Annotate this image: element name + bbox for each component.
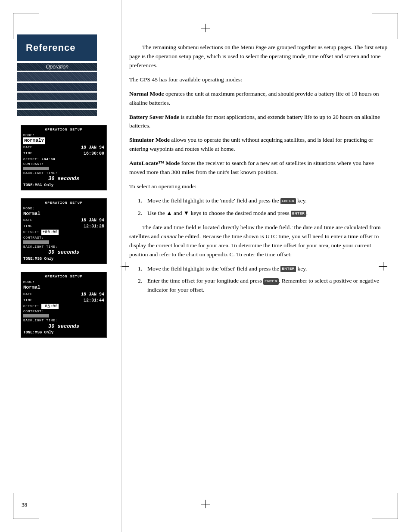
battery-saver-title: Battery Saver Mode (129, 114, 179, 120)
screen2-contrast-label: CONTRAST: (23, 235, 104, 240)
corner-border-top-right (372, 13, 398, 39)
screen1-contrast-bar (23, 167, 49, 170)
offset-step-2: 2. Enter the time offset for your longit… (138, 277, 389, 295)
offset-steps: 1. Move the field highlight to the 'offs… (138, 264, 389, 295)
simulator-title: Simulator Mode (129, 137, 170, 143)
screen3-mode-value: Normal (23, 284, 104, 291)
content-area: The remaining submenu selections on the … (129, 43, 389, 295)
screen2-mode-value: Normal (23, 211, 104, 217)
screen3-title: OPERATION SETUP (23, 274, 104, 279)
select-step-2: 2. Use the ▲ and ▼ keys to choose the de… (138, 209, 389, 218)
battery-saver-paragraph: Battery Saver Mode is suitable for most … (129, 113, 389, 131)
screen3-contrast-bar (23, 314, 49, 317)
screen2-backlight-value: 30 seconds (23, 249, 104, 256)
gps-screen-1: OPERATION SETUP MODE: Normal? DATE 18 JA… (21, 125, 107, 190)
modes-intro: The GPS 45 has four available operating … (129, 75, 389, 84)
simulator-paragraph: Simulator Mode allows you to operate the… (129, 136, 389, 154)
crosshair-top (201, 24, 210, 32)
screen2-mode-label: MODE: (23, 206, 104, 211)
screen3-backlight-value: 30 seconds (23, 323, 104, 330)
date-time-paragraph: The date and time field is located direc… (129, 223, 389, 259)
autolocate-paragraph: AutoLocate™ Mode forces the receiver to … (129, 159, 389, 177)
page-number: 38 (22, 501, 27, 508)
enter-key-3: ENTER (280, 266, 296, 272)
screen2-date-row: DATE 18 JAN 94 (23, 218, 104, 224)
enter-key-4: ENTER (263, 278, 279, 284)
screen1-time-row: TIME 16:30:00 (23, 151, 104, 157)
screen1-tone-value: TONE:MSG Only (23, 183, 104, 188)
autolocate-title: AutoLocate™ Mode (129, 160, 180, 166)
screen3-time-row: TIME 12:31:44 (23, 298, 104, 304)
screen2-contrast-bar (23, 240, 49, 244)
crosshair-bottom (201, 500, 210, 508)
screen1-title: OPERATION SETUP (23, 127, 104, 132)
screen3-mode-label: MODE: (23, 280, 104, 284)
screen2-offset-label: OFFSET: +00:00 (23, 230, 104, 235)
screen1-contrast-label: CONTRAST: (23, 162, 104, 166)
enter-key-1: ENTER (280, 198, 296, 204)
normal-mode-paragraph: Normal Mode operates the unit at maximum… (129, 90, 389, 108)
screen2-time-row: TIME 12:31:28 (23, 224, 104, 230)
screen3-contrast-label: CONTRAST: (23, 309, 104, 314)
screen3-date-row: DATE 18 JAN 94 (23, 292, 104, 298)
screen1-offset-label: OFFSET: +04:00 (23, 157, 104, 162)
sidebar-tab: Reference (17, 34, 97, 61)
sidebar-divider (121, 0, 122, 532)
screen2-title: OPERATION SETUP (23, 200, 104, 205)
screens-container: OPERATION SETUP MODE: Normal? DATE 18 JA… (21, 125, 113, 345)
select-step-1: 1. Move the field highlight to the 'mode… (138, 196, 389, 205)
intro-paragraph: The remaining submenu selections on the … (129, 43, 389, 70)
corner-border-bottom-right (372, 493, 398, 519)
sidebar-title: Reference (26, 42, 88, 53)
screen1-date-row: DATE 18 JAN 94 (23, 145, 104, 151)
sidebar-stripe-6 (17, 110, 97, 116)
screen3-tone-value: TONE:MSG Only (23, 330, 104, 336)
screen3-offset-label: OFFSET: -08:00 (23, 304, 104, 309)
sidebar-stripes: Operation Setup (17, 63, 97, 116)
crosshair-left (121, 262, 129, 271)
screen2-tone-value: TONE:MSG Only (23, 256, 104, 262)
normal-mode-title: Normal Mode (129, 90, 164, 97)
sidebar-stripe-2 (17, 72, 97, 81)
sidebar-stripe-5 (17, 102, 97, 109)
screen2-backlight-label: BACKLIGHT TIME: (23, 244, 104, 249)
gps-screen-3: OPERATION SETUP MODE: Normal DATE 18 JAN… (21, 272, 107, 338)
sidebar-stripe-4 (17, 93, 97, 100)
select-mode-intro: To select an operating mode: (129, 182, 389, 191)
gps-screen-2: OPERATION SETUP MODE: Normal DATE 18 JAN… (21, 198, 107, 264)
screen1-mode-label: MODE: (23, 133, 104, 137)
sidebar-stripe-3 (17, 83, 97, 91)
enter-key-2: ENTER (291, 211, 306, 217)
screen1-backlight-value: 30 seconds (23, 175, 104, 183)
sidebar-stripe-1: Operation Setup (17, 63, 97, 71)
main-content: The remaining submenu selections on the … (129, 43, 389, 489)
section-label: Operation Setup (17, 63, 97, 71)
select-mode-steps: 1. Move the field highlight to the 'mode… (138, 196, 389, 218)
screen3-backlight-label: BACKLIGHT TIME: (23, 318, 104, 323)
offset-step-1: 1. Move the field highlight to the 'offs… (138, 264, 389, 274)
screen1-backlight-label: BACKLIGHT TIME: (23, 171, 104, 175)
screen1-mode-value: Normal? (23, 137, 104, 144)
